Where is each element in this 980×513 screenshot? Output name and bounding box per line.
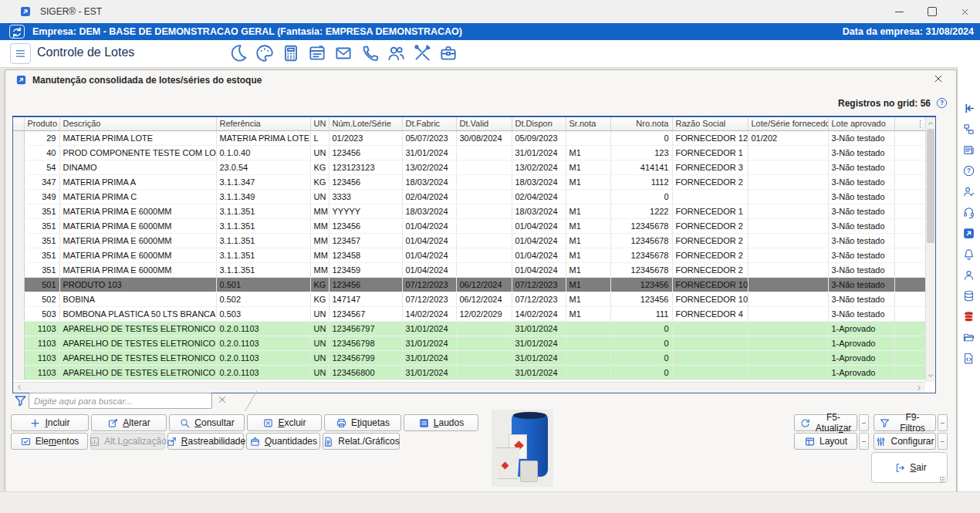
quantidades-button[interactable]: Quantidades [246,433,320,450]
table-row[interactable]: 40PROD COMPONENTE TESTE COM LOTE0.1.0.40… [13,145,927,160]
configurar-dropdown-button[interactable] [938,433,948,450]
bell-icon[interactable] [962,248,975,261]
column-header[interactable]: Dt.Fabric [402,117,456,130]
grid-cell: 05/09/2023 [512,130,566,145]
app-icon[interactable] [962,227,975,240]
briefcase-icon[interactable] [438,43,458,63]
scroll-down-icon[interactable] [926,371,935,381]
column-header[interactable]: Lote aprovado [828,117,894,130]
help-icon[interactable] [962,164,975,177]
moon-icon[interactable] [228,43,248,63]
table-row[interactable]: 351MATERIA PRIMA E 6000MM3.1.1.351MM1234… [13,218,927,233]
table-row[interactable]: 29MATERIA PRIMA LOTEMATERIA PRIMA LOTEL0… [13,130,927,145]
filter-funnel-icon[interactable] [13,393,28,408]
scroll-up-icon[interactable] [926,118,935,128]
scroll-left-icon[interactable] [14,383,24,393]
table-row[interactable]: 503BOMBONA PLASTICA 50 LTS BRANCA0.503UN… [13,306,927,321]
column-header[interactable]: Núm.Lote/Série [329,117,402,130]
mail-icon[interactable] [333,43,353,63]
close-window-button[interactable] [949,0,980,23]
hamburger-menu-icon[interactable] [10,43,31,64]
row-indicator [13,218,24,233]
excluir-button[interactable]: Excluir [247,414,322,431]
table-row[interactable]: 351MATERIA PRIMA E 6000MM3.1.1.351MMYYYY… [13,204,927,218]
user-check-icon[interactable] [962,185,975,198]
vertical-scroll-thumb[interactable] [927,129,934,243]
table-row[interactable]: 349MATERIA PRIMA C3.1.1.349UN333302/04/2… [13,189,927,204]
grid-cell [748,248,828,262]
table-row[interactable]: 351MATERIA PRIMA E 6000MM3.1.1.351MM1234… [13,262,927,277]
table-row[interactable]: 1103APARELHO DE TESTES ELETRONICOS0.2.0.… [13,350,927,365]
minimize-button[interactable] [884,0,914,23]
lot-grid: ProdutoDescriçãoReferênciaUNNúm.Lote/Sér… [12,116,936,393]
table-row[interactable]: 351MATERIA PRIMA E 6000MM3.1.1.351MM1234… [13,233,927,248]
flow-icon[interactable] [962,123,975,136]
alterar-button[interactable]: Alterar [91,414,167,431]
rastreabilidade-button[interactable]: Rastreabilidade [167,433,244,450]
row-indicator [13,160,24,174]
collapse-left-icon[interactable] [962,102,975,115]
consultar-button[interactable]: Consultar [169,414,245,431]
configurar-button[interactable]: Configurar [874,433,936,450]
card-icon[interactable] [307,43,327,63]
column-header[interactable]: Dt.Valid [456,117,512,130]
elementos-button[interactable]: Elementos [11,433,88,450]
table-row[interactable]: 347MATERIA PRIMA A3.1.1.347KG12345618/03… [13,174,927,189]
column-header[interactable]: UN [310,117,329,130]
incluir-button[interactable]: Incluir [11,414,89,431]
window-titlebar: SIGER® - EST [0,0,980,24]
grid-cell: PROD COMPONENTE TESTE COM LOTE [59,145,216,160]
user-icon[interactable] [962,268,975,282]
vertical-scrollbar[interactable] [925,117,935,382]
sair-button[interactable]: Sair [887,459,934,476]
column-header[interactable]: Sr.nota [566,117,610,130]
grid-cell [456,189,512,204]
layout-button[interactable]: Layout [794,433,857,450]
column-header[interactable]: Referência [216,117,310,130]
phone-icon[interactable] [360,43,380,63]
palette-icon[interactable] [255,43,275,63]
help-icon[interactable] [935,96,948,110]
horizontal-scrollbar[interactable] [13,382,925,393]
resize-grip[interactable] [940,477,945,482]
f9-filtros-button[interactable]: F9-Filtros [874,414,936,431]
relatorios-graficos-button[interactable]: Relat./Gráficos [323,433,400,450]
grid-cell: 123456 [329,174,402,189]
column-header[interactable]: Produto [24,117,59,130]
layout-dropdown-button[interactable] [859,433,869,450]
search-input[interactable] [29,393,212,409]
column-header[interactable]: Razão Social [672,117,748,130]
f9-dropdown-button[interactable] [938,414,948,431]
company-switch-icon[interactable] [9,25,25,39]
column-header[interactable]: Nro.nota [610,117,672,130]
column-header[interactable]: Descrição [59,117,216,130]
users-icon[interactable] [386,43,406,63]
table-row[interactable]: 1103APARELHO DE TESTES ELETRONICOS0.2.0.… [13,336,927,350]
grid-cell: MATERIA PRIMA E 6000MM [59,233,216,248]
table-row[interactable]: 1103APARELHO DE TESTES ELETRONICOS0.2.0.… [13,365,927,380]
database-red-icon[interactable] [962,310,975,323]
laudos-button[interactable]: Laudos [404,414,478,431]
tools-icon[interactable] [412,43,432,63]
column-menu-icon[interactable]: ⋮ [915,119,925,130]
headset-icon[interactable] [962,206,975,219]
table-row[interactable]: 501PRODUTO 1030.501KG12345607/12/202306/… [13,277,927,292]
panel-close-icon[interactable] [932,73,946,86]
scroll-right-icon[interactable] [914,383,924,393]
table-row[interactable]: 1103APARELHO DE TESTES ELETRONICOS0.2.0.… [13,321,927,336]
column-header[interactable]: Lote/Série fornecedor [748,117,828,130]
etiquetas-button[interactable]: Etiquetas [324,414,401,431]
f5-atualizar-button[interactable]: F5-Atualizar [794,414,857,431]
f5-dropdown-button[interactable] [859,414,869,431]
table-row[interactable]: 502BOBINA0.502KG14714707/12/202306/12/20… [13,292,927,306]
calculator-icon[interactable] [281,43,301,63]
grid-cell: FORNECEDOR 2 [672,218,748,233]
table-row[interactable]: 54DINAMO23.0.54KG12312312313/02/202413/0… [13,160,927,174]
folder-icon[interactable] [962,331,975,344]
maximize-button[interactable] [917,0,948,23]
column-header[interactable]: Dt.Dispon [512,117,566,130]
file-code-icon[interactable] [962,352,975,365]
news-icon[interactable] [962,143,975,157]
database-icon[interactable] [962,289,975,302]
table-row[interactable]: 351MATERIA PRIMA E 6000MM3.1.1.351MM1234… [13,248,927,262]
